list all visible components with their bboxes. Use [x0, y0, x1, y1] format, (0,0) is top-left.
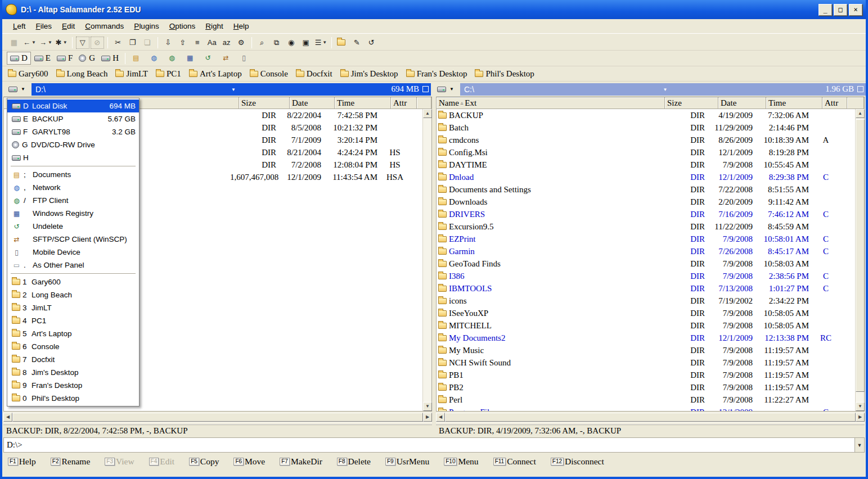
- table-row[interactable]: IBMTOOLSDIR7/13/20081:01:27 PMC: [437, 282, 855, 295]
- menu-commands[interactable]: Commands: [80, 20, 129, 32]
- scrollbar-thumb[interactable]: [856, 119, 865, 392]
- hot-path-9[interactable]: Fran's Desktop: [406, 69, 467, 79]
- column-header-size[interactable]: Size: [665, 97, 718, 109]
- right-path-bar[interactable]: C:\ ▼ 1.96 GB: [460, 83, 866, 96]
- right-vertical-scrollbar[interactable]: ▲ ▼: [855, 109, 864, 411]
- scroll-left-icon[interactable]: ◀: [3, 413, 12, 422]
- hot-path-2[interactable]: Long Beach: [56, 69, 108, 79]
- hot-path-folder-button[interactable]: ✱▼: [55, 37, 69, 49]
- drive-menu-item-dvd-cd-rw-drive[interactable]: GDVD/CD-RW Drive: [7, 138, 139, 151]
- scroll-left-icon[interactable]: ◀: [436, 413, 445, 422]
- user-menu-button[interactable]: ◉: [285, 37, 298, 49]
- scrollbar-thumb[interactable]: [445, 413, 856, 422]
- fn-f7-makedir[interactable]: F7MakeDir: [280, 457, 322, 467]
- drive-menu-item-sftp-scp-client-winscp-[interactable]: ⇄SFTP/SCP Client (WinSCP): [7, 233, 139, 246]
- column-header-name[interactable]: Name▵Ext: [437, 97, 665, 109]
- right-drive-combo-button[interactable]: ▼: [432, 83, 459, 96]
- menu-right[interactable]: Right: [200, 20, 228, 32]
- fn-f9-usrmenu[interactable]: F9UsrMenu: [385, 457, 429, 467]
- hot-path-10[interactable]: Phil's Desktop: [475, 69, 534, 79]
- chevron-down-icon[interactable]: ▼: [663, 87, 668, 92]
- table-row[interactable]: NCH Swift SoundDIR7/9/200811:19:57 AM: [437, 356, 855, 369]
- plugin-button-ftp-client[interactable]: ◍: [164, 52, 182, 65]
- menu-help[interactable]: Help: [228, 20, 254, 32]
- drive-menu-hotpath-3[interactable]: 3JimLT: [7, 301, 139, 314]
- pack-button[interactable]: ⇩: [161, 37, 175, 49]
- drive-menu-hotpath-2[interactable]: 2Long Beach: [7, 288, 139, 301]
- column-header-attr[interactable]: Attr: [391, 97, 417, 109]
- fn-f6-move[interactable]: F6Move: [233, 457, 265, 467]
- table-row[interactable]: DAYTIMEDIR7/9/200810:55:45 AM: [437, 159, 855, 171]
- menu-edit[interactable]: Edit: [57, 20, 80, 32]
- hot-path-1[interactable]: Gary600: [8, 69, 48, 79]
- properties-button[interactable]: ≡: [191, 37, 204, 49]
- plugin-button-network[interactable]: ◍: [146, 52, 164, 65]
- table-row[interactable]: DRIVERSDIR7/16/20097:46:12 AMC: [437, 208, 855, 220]
- drive-menu-item-garylt98[interactable]: FGARYLT983.2 GB: [7, 125, 139, 138]
- chevron-down-icon[interactable]: ▼: [231, 87, 236, 92]
- hot-path-7[interactable]: Docfxit: [296, 69, 332, 79]
- plugin-button-undelete[interactable]: ↺: [200, 52, 218, 65]
- unpack-button[interactable]: ⇧: [176, 37, 190, 49]
- drive-menu-item-as-other-panel[interactable]: ▭.As Other Panel: [7, 259, 139, 272]
- command-history-dropdown-button[interactable]: ▼: [854, 438, 864, 452]
- find-duplicates-button[interactable]: ⧉: [270, 37, 284, 49]
- hot-path-5[interactable]: Art's Laptop: [189, 69, 242, 79]
- edit-new-file-button[interactable]: ✎: [350, 37, 363, 49]
- column-header-date[interactable]: Date: [718, 97, 766, 109]
- table-row[interactable]: Program FilesDIR12/1/2009C: [437, 406, 855, 411]
- table-row[interactable]: Config.MsiDIR12/1/20098:19:28 PM: [437, 146, 855, 159]
- table-row[interactable]: BatchDIR11/29/20092:14:46 PM: [437, 121, 855, 134]
- command-line[interactable]: D:\> ▼: [3, 437, 865, 453]
- hot-path-3[interactable]: JimLT: [115, 69, 148, 79]
- right-horizontal-scrollbar[interactable]: ◀ ▶: [436, 413, 865, 423]
- fn-f12-disconnect[interactable]: F12Disconnect: [551, 457, 604, 467]
- table-row[interactable]: Documents and SettingsDIR7/22/20088:51:5…: [437, 183, 855, 196]
- fn-f11-connect[interactable]: F11Connect: [493, 457, 536, 467]
- minimize-button[interactable]: _: [818, 4, 832, 16]
- scroll-right-icon[interactable]: ▶: [856, 413, 865, 422]
- column-header-size[interactable]: Size: [239, 97, 290, 109]
- command-prompt[interactable]: D:\>: [4, 440, 854, 450]
- table-row[interactable]: MITCHELLDIR7/9/200810:58:05 AM: [437, 319, 855, 332]
- maximize-button[interactable]: □: [834, 4, 847, 16]
- convert-button[interactable]: az: [220, 37, 233, 49]
- find-button[interactable]: ⌕: [255, 37, 269, 49]
- left-vertical-scrollbar[interactable]: ▲ ▼: [422, 109, 431, 411]
- fn-f1-help[interactable]: F1Help: [8, 457, 36, 467]
- back-button[interactable]: ←▼: [22, 37, 37, 49]
- menu-options[interactable]: Options: [164, 20, 201, 32]
- drive-menu-hotpath-7[interactable]: 7Docfxit: [7, 353, 139, 366]
- command-shell-button[interactable]: ▣: [299, 37, 313, 49]
- drive-button-h[interactable]: H: [98, 52, 122, 65]
- left-path-bar[interactable]: D:\ ▼ 694 MB: [32, 83, 431, 96]
- fn-f3-view[interactable]: F3View: [105, 457, 134, 467]
- drive-menu-item-ftp-client[interactable]: ◍/FTP Client: [7, 194, 139, 207]
- drive-menu-item-backup[interactable]: EBACKUP5.67 GB: [7, 112, 139, 125]
- table-row[interactable]: Excursion9.5DIR11/22/20098:45:59 AM: [437, 220, 855, 233]
- drive-menu-item-local-disk[interactable]: DLocal Disk694 MB: [7, 100, 139, 112]
- scroll-down-icon[interactable]: ▼: [856, 402, 865, 411]
- scroll-right-icon[interactable]: ▶: [423, 413, 432, 422]
- table-row[interactable]: GarminDIR7/26/20088:45:17 AMC: [437, 245, 855, 257]
- drive-menu-item-mobile-device[interactable]: ▯Mobile Device: [7, 246, 139, 259]
- undelete-button[interactable]: ↺: [365, 37, 378, 49]
- column-header-date[interactable]: Date: [290, 97, 335, 109]
- drive-button-g[interactable]: G: [76, 52, 98, 65]
- column-header-time[interactable]: Time: [766, 97, 822, 109]
- drive-button-f[interactable]: F: [54, 52, 75, 65]
- table-row[interactable]: DownloadsDIR2/20/20099:11:42 AM: [437, 196, 855, 208]
- fn-f4-edit[interactable]: F4Edit: [149, 457, 175, 467]
- table-row[interactable]: PB2DIR7/9/200811:19:57 AM: [437, 381, 855, 394]
- drive-menu-hotpath-1[interactable]: 1Gary600: [7, 275, 139, 288]
- drive-menu-hotpath-4[interactable]: 4PC1: [7, 314, 139, 327]
- drive-menu-item-network[interactable]: ◍,Network: [7, 181, 139, 194]
- drive-menu-hotpath-9[interactable]: 9Fran's Desktop: [7, 379, 139, 392]
- left-drive-combo-button[interactable]: ▼: [3, 83, 30, 96]
- menu-plugins[interactable]: Plugins: [129, 20, 164, 32]
- table-row[interactable]: My Documents2DIR12/1/200912:13:38 PMRC: [437, 332, 855, 344]
- left-panel-zoom-button[interactable]: [422, 86, 429, 92]
- drive-menu-item-h[interactable]: H: [7, 151, 139, 164]
- plugin-button-documents[interactable]: ▤: [128, 52, 146, 65]
- drive-menu-hotpath-8[interactable]: 8Jim's Desktop: [7, 366, 139, 379]
